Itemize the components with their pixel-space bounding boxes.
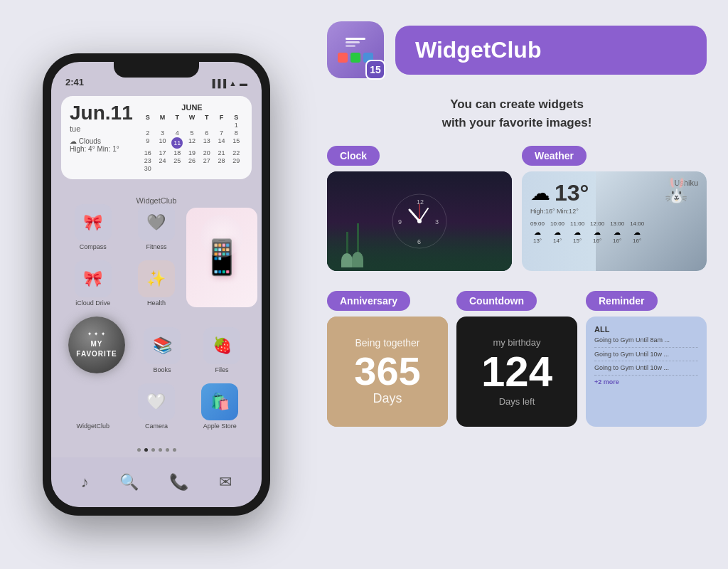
svg-point-16: [417, 219, 422, 223]
reminder-tag: Reminder: [586, 291, 658, 311]
tagline: You can create widgets with your favorit…: [327, 95, 707, 132]
reminder-item-1: Going to Gym Until 8am ...: [594, 336, 698, 348]
status-time: 2:41: [65, 77, 84, 87]
icon-line-2: [346, 41, 360, 43]
icloud-icon: 🎀: [75, 260, 112, 297]
cd-number: 124: [481, 351, 552, 393]
icon-lines: [340, 33, 371, 48]
dock-music-icon[interactable]: ♪: [81, 473, 89, 491]
dot-1: [137, 448, 141, 452]
app-widgetclub2[interactable]: WidgetClub: [70, 383, 116, 430]
reminder-col: Reminder ALL Going to Gym Until 8am ... …: [586, 291, 707, 427]
app-camera[interactable]: 🤍 Camera: [134, 383, 179, 430]
reminder-item-3: Going to Gym Until 10w ...: [594, 364, 698, 376]
cloud-icon: ☁: [530, 181, 550, 205]
dock-mail-icon[interactable]: ✉: [219, 473, 232, 491]
icon-sq-green: [350, 53, 360, 63]
countdown-tag: Countdown: [456, 291, 537, 311]
reminder-title: ALL: [594, 325, 698, 334]
svg-line-14: [419, 208, 428, 221]
reminder-preview: ALL Going to Gym Until 8am ... Going to …: [586, 317, 707, 427]
weather-tag: Weather: [522, 146, 587, 166]
health-icon: ✨: [138, 260, 175, 297]
weather-detail: High:16° Min:12°: [530, 208, 698, 215]
app-title-banner: WidgetClub: [395, 26, 707, 75]
app-appstore[interactable]: 🛍️ Apple Store: [197, 383, 242, 430]
dot-6: [173, 448, 176, 452]
top-widgets-row: Clock 12 3 6: [327, 146, 707, 271]
app-icon-wrapper: 15: [327, 21, 384, 78]
countdown-preview: my birthday 124 Days left: [456, 317, 577, 427]
app-name: WidgetClub: [415, 37, 541, 63]
dot-4: [159, 448, 162, 452]
weather-hours: 09:00☁13° 10:00☁14° 11:00☁15° 12:00☁16°: [530, 220, 698, 244]
app-fitness[interactable]: 🩶 Fitness: [134, 204, 179, 250]
books-icon: 📚: [144, 327, 181, 364]
calendar-grid: SMTWTFS 1 2345678 9101112131415 16171819…: [141, 114, 243, 172]
weather-temp: 13°: [555, 180, 589, 206]
tulip-left: [341, 232, 353, 267]
anniversary-tag: Anniversary: [327, 291, 410, 311]
compass-label: Compass: [80, 243, 107, 250]
health-label: Health: [147, 299, 166, 307]
icon-line-3: [346, 45, 355, 47]
app-files[interactable]: 🍓 Files: [199, 327, 245, 373]
dot-5: [166, 448, 169, 452]
dock-phone-icon[interactable]: 📞: [169, 473, 188, 491]
wh-3: 11:00☁15°: [570, 220, 584, 244]
svg-text:9: 9: [398, 218, 402, 225]
appstore-icon: 🛍️: [201, 383, 238, 420]
calendar-widget[interactable]: Jun.11 tue ☁ Clouds High: 4° Min: 1° JUN…: [61, 96, 252, 179]
signal-icon: ▐▐▐: [210, 79, 226, 87]
icloud-label: iCloud Drive: [75, 299, 110, 307]
calendar-right: JUNE SMTWTFS 1 2345678 9101112131415 161…: [141, 103, 243, 172]
svg-text:12: 12: [417, 198, 424, 206]
files-icon: 🍓: [203, 327, 240, 364]
clock-section: Clock 12 3 6: [327, 146, 512, 271]
calendar-weather: ☁ Clouds High: 4° Min: 1°: [70, 137, 134, 153]
clock-svg: 12 3 6 9: [391, 193, 448, 250]
dot-3: [151, 448, 155, 452]
bottom-widgets-row: Anniversary Being together 365 Days Coun…: [327, 291, 707, 427]
right-panel: 15 WidgetClub You can create widgets wit…: [313, 0, 728, 569]
anni-subtitle: Being together: [355, 337, 419, 349]
app-row-4: WidgetClub 🤍 Camera 🛍️ Apple Store: [61, 383, 252, 430]
app-books[interactable]: 📚 Books: [139, 327, 185, 373]
app-health[interactable]: ✨ Health: [134, 260, 179, 307]
svg-text:6: 6: [417, 238, 421, 245]
app-icloud[interactable]: 🎀 iCloud Drive: [70, 260, 116, 307]
phone-screen: 2:41 ▐▐▐ ▲ ▬ Jun.11 tue ☁ Clouds High: 4…: [51, 62, 262, 507]
app-version-badge: 15: [365, 60, 385, 80]
tulip-mid: [352, 223, 363, 267]
phone-mockup-panel: 2:41 ▐▐▐ ▲ ▬ Jun.11 tue ☁ Clouds High: 4…: [0, 0, 313, 569]
calendar-month: JUNE: [141, 103, 243, 112]
weather-section: Weather 🐰 Ushiku ☁ 13° High:16° Min:12° …: [522, 146, 707, 271]
files-label: Files: [215, 366, 228, 373]
dock-safari-icon[interactable]: 🔍: [119, 473, 139, 491]
app-myfav[interactable]: ✦ ✦ ✦ MY FAVORITE: [68, 317, 125, 373]
app-header: 15 WidgetClub: [327, 21, 707, 78]
weather-preview: 🐰 Ushiku ☁ 13° High:16° Min:12° 09:00☁13…: [522, 171, 707, 271]
anniversary-preview: Being together 365 Days: [327, 317, 448, 427]
wifi-icon: ▲: [229, 79, 237, 87]
clock-tag: Clock: [327, 146, 380, 166]
anni-unit: Days: [373, 391, 402, 406]
wh-4: 12:00☁16°: [590, 220, 604, 244]
phone-dock: ♪ 🔍 📞 ✉: [51, 457, 262, 507]
myfav-icon: ✦ ✦ ✦ MY FAVORITE: [68, 317, 125, 373]
icon-sq-red: [338, 53, 348, 63]
svg-text:3: 3: [435, 218, 439, 225]
svg-line-13: [410, 210, 419, 221]
phone-notch: [114, 62, 199, 78]
calendar-day: tue: [70, 124, 134, 133]
page-dots: [51, 448, 262, 452]
battery-icon: ▬: [240, 79, 247, 87]
icon-line-1: [346, 38, 365, 40]
app-compass[interactable]: 🎀 Compass: [70, 204, 116, 250]
dot-2-active: [144, 448, 148, 452]
clock-preview: 12 3 6 9: [327, 171, 512, 271]
wh-1: 09:00☁13°: [530, 220, 545, 244]
calendar-left: Jun.11 tue ☁ Clouds High: 4° Min: 1°: [70, 103, 134, 172]
app-row-3: ✦ ✦ ✦ MY FAVORITE 📚 Books 🍓 Files: [61, 317, 252, 373]
cd-unit: Days left: [499, 396, 535, 407]
